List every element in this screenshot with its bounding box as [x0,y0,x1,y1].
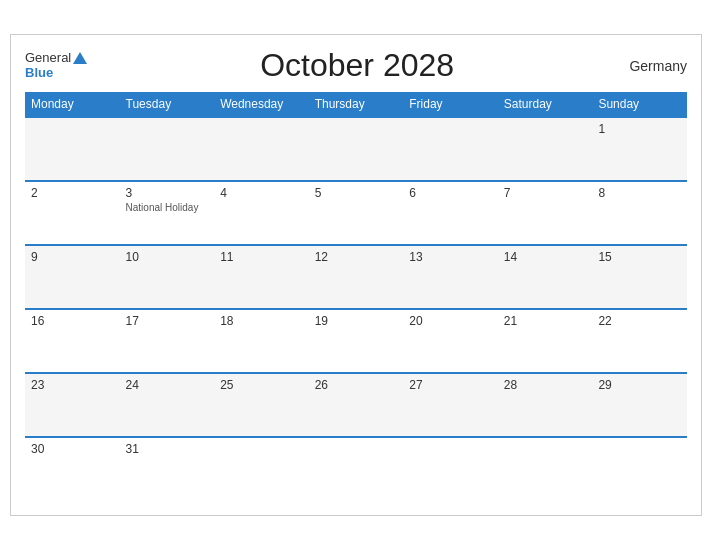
logo: General Blue [25,51,87,80]
logo-general-text: General [25,51,71,65]
day-event: National Holiday [126,202,209,213]
day-number: 25 [220,378,303,392]
day-number: 21 [504,314,587,328]
calendar-cell: 3National Holiday [120,181,215,245]
calendar-cell: 6 [403,181,498,245]
day-number: 20 [409,314,492,328]
calendar-cell: 30 [25,437,120,501]
calendar-cell: 31 [120,437,215,501]
day-number: 16 [31,314,114,328]
calendar-cell: 11 [214,245,309,309]
calendar-cell [498,437,593,501]
calendar-week-row: 3031 [25,437,687,501]
weekday-header-sunday: Sunday [592,92,687,117]
weekday-header-friday: Friday [403,92,498,117]
day-number: 26 [315,378,398,392]
calendar-cell: 19 [309,309,404,373]
calendar-cell: 25 [214,373,309,437]
day-number: 6 [409,186,492,200]
weekday-header-row: MondayTuesdayWednesdayThursdayFridaySatu… [25,92,687,117]
calendar-cell: 5 [309,181,404,245]
calendar-header: General Blue October 2028 Germany [25,47,687,84]
day-number: 12 [315,250,398,264]
calendar-cell [214,117,309,181]
day-number: 24 [126,378,209,392]
calendar-cell: 9 [25,245,120,309]
day-number: 30 [31,442,114,456]
day-number: 3 [126,186,209,200]
calendar-cell: 12 [309,245,404,309]
calendar-cell: 18 [214,309,309,373]
weekday-header-monday: Monday [25,92,120,117]
calendar-cell [403,437,498,501]
weekday-header-thursday: Thursday [309,92,404,117]
calendar-cell [214,437,309,501]
calendar-cell: 10 [120,245,215,309]
calendar-cell [25,117,120,181]
day-number: 22 [598,314,681,328]
day-number: 7 [504,186,587,200]
calendar-week-row: 23242526272829 [25,373,687,437]
calendar-cell: 13 [403,245,498,309]
day-number: 10 [126,250,209,264]
day-number: 11 [220,250,303,264]
calendar-cell: 22 [592,309,687,373]
calendar-week-row: 9101112131415 [25,245,687,309]
calendar-cell: 1 [592,117,687,181]
day-number: 19 [315,314,398,328]
calendar-cell: 27 [403,373,498,437]
day-number: 31 [126,442,209,456]
calendar-cell: 26 [309,373,404,437]
day-number: 9 [31,250,114,264]
day-number: 14 [504,250,587,264]
calendar-cell: 4 [214,181,309,245]
calendar-cell [309,437,404,501]
calendar-cell [120,117,215,181]
calendar-cell [498,117,593,181]
calendar-cell: 2 [25,181,120,245]
calendar-week-row: 1 [25,117,687,181]
calendar-week-row: 16171819202122 [25,309,687,373]
day-number: 28 [504,378,587,392]
calendar-cell: 7 [498,181,593,245]
calendar-cell: 8 [592,181,687,245]
calendar-cell: 16 [25,309,120,373]
calendar-cell: 23 [25,373,120,437]
day-number: 23 [31,378,114,392]
calendar-cell [309,117,404,181]
day-number: 29 [598,378,681,392]
day-number: 18 [220,314,303,328]
weekday-header-wednesday: Wednesday [214,92,309,117]
day-number: 27 [409,378,492,392]
weekday-header-tuesday: Tuesday [120,92,215,117]
calendar-cell: 24 [120,373,215,437]
calendar-container: General Blue October 2028 Germany Monday… [10,34,702,516]
day-number: 8 [598,186,681,200]
calendar-cell: 21 [498,309,593,373]
weekday-header-saturday: Saturday [498,92,593,117]
calendar-cell: 29 [592,373,687,437]
calendar-cell [403,117,498,181]
day-number: 5 [315,186,398,200]
logo-triangle-icon [73,52,87,64]
calendar-cell [592,437,687,501]
calendar-cell: 15 [592,245,687,309]
calendar-grid: MondayTuesdayWednesdayThursdayFridaySatu… [25,92,687,501]
day-number: 13 [409,250,492,264]
logo-blue-text: Blue [25,66,53,80]
day-number: 2 [31,186,114,200]
day-number: 4 [220,186,303,200]
day-number: 15 [598,250,681,264]
calendar-cell: 14 [498,245,593,309]
calendar-week-row: 23National Holiday45678 [25,181,687,245]
calendar-cell: 17 [120,309,215,373]
country-label: Germany [627,58,687,74]
calendar-title: October 2028 [87,47,627,84]
calendar-cell: 20 [403,309,498,373]
calendar-cell: 28 [498,373,593,437]
day-number: 1 [598,122,681,136]
day-number: 17 [126,314,209,328]
